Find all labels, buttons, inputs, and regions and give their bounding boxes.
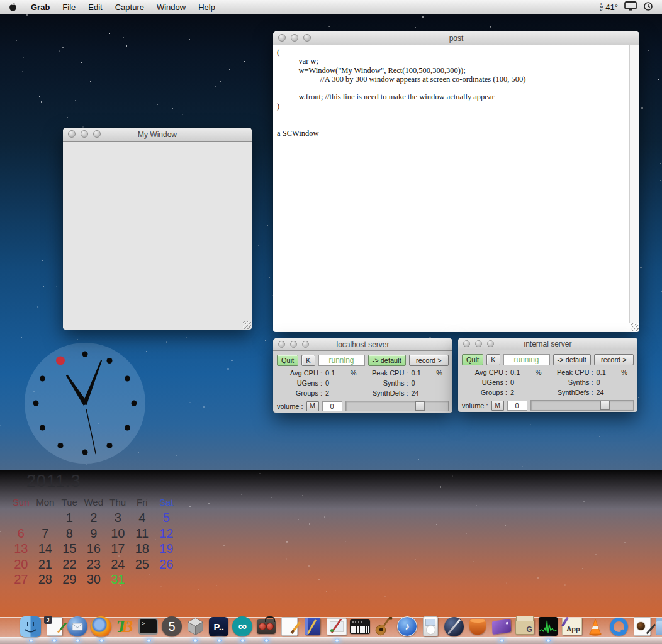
minimize-button[interactable] xyxy=(291,34,298,42)
star xyxy=(166,341,167,343)
volume-label: volume : xyxy=(462,402,488,409)
mute-button[interactable]: M xyxy=(306,401,319,411)
dock-item-editor-j[interactable]: J xyxy=(42,612,65,637)
minimize-button[interactable] xyxy=(475,340,482,347)
close-button[interactable] xyxy=(278,341,285,348)
star xyxy=(189,39,191,40)
running-indicator xyxy=(146,639,152,642)
star xyxy=(26,14,28,16)
weather-menu-extra[interactable]: TMP 41° xyxy=(600,3,618,12)
close-button[interactable] xyxy=(463,340,470,347)
close-button[interactable] xyxy=(68,130,76,138)
localhost-server-titlebar[interactable]: localhost server xyxy=(273,338,452,351)
resize-grip[interactable] xyxy=(243,321,251,329)
dock-item-waveform[interactable] xyxy=(537,612,560,637)
my-window-titlebar[interactable]: My Window xyxy=(63,128,252,142)
volume-value[interactable]: 0 xyxy=(507,401,527,411)
dock-item-app-5[interactable]: 5 xyxy=(160,612,183,637)
volume-slider[interactable] xyxy=(345,401,449,411)
displays-menu-extra[interactable] xyxy=(624,1,637,13)
menu-window[interactable]: Window xyxy=(150,0,192,14)
menu-capture[interactable]: Capture xyxy=(109,0,150,14)
dock-item-g-box[interactable]: G xyxy=(513,612,536,637)
volume-slider[interactable] xyxy=(530,400,634,411)
record-button[interactable]: record > xyxy=(409,355,449,366)
dock-item-arduino[interactable]: ∞ xyxy=(231,612,254,637)
dock-item-max-knobs[interactable] xyxy=(254,612,278,637)
zoom-button[interactable] xyxy=(302,341,309,348)
dock-item-itunes[interactable]: ♪ xyxy=(395,612,418,637)
vertical-scrollbar[interactable] xyxy=(629,45,639,323)
star xyxy=(415,27,417,28)
dock-item-ipod[interactable] xyxy=(419,612,442,637)
zoom-button[interactable] xyxy=(487,340,494,347)
sc-cube-icon xyxy=(184,616,206,637)
zoom-button[interactable] xyxy=(303,34,311,42)
stat-suffix: % xyxy=(621,369,627,376)
dock-item-vlc[interactable] xyxy=(583,612,607,637)
star xyxy=(638,397,639,399)
quit-button[interactable]: Quit xyxy=(462,354,483,365)
window-title: My Window xyxy=(138,130,177,139)
dock-item-app-maker[interactable]: App xyxy=(560,612,583,637)
minimize-button[interactable] xyxy=(81,130,88,138)
app-menu-grab[interactable]: Grab xyxy=(25,0,56,14)
calendar-day-header: Sat xyxy=(154,495,179,510)
default-button[interactable]: -> default xyxy=(553,354,591,365)
firefox-icon xyxy=(91,616,112,637)
volume-slider-thumb[interactable] xyxy=(600,401,610,410)
post-text-area[interactable]: ( var w; w=Window("My Window", Rect(100,… xyxy=(277,48,627,332)
default-button[interactable]: -> default xyxy=(368,355,406,366)
volume-value[interactable]: 0 xyxy=(322,401,342,411)
close-button[interactable] xyxy=(278,34,286,42)
quit-button[interactable]: Quit xyxy=(277,355,298,366)
dock-item-orange-pot[interactable] xyxy=(466,612,489,637)
star xyxy=(308,565,310,567)
dock-item-firefox[interactable] xyxy=(89,612,113,637)
calendar-today: 31 xyxy=(106,572,130,587)
time-machine-menu-extra[interactable] xyxy=(643,1,653,13)
star xyxy=(495,418,496,419)
orange-pot-icon xyxy=(467,616,488,637)
dock-item-interface-builder[interactable] xyxy=(325,612,348,637)
volume-slider-thumb[interactable] xyxy=(415,401,425,411)
stat-value: 2 xyxy=(510,389,514,396)
dock-item-text-editor[interactable] xyxy=(278,612,301,637)
dock-item-garageband[interactable] xyxy=(372,612,395,637)
dock-item-tex-letters[interactable]: TB xyxy=(113,612,137,637)
record-button[interactable]: record > xyxy=(594,354,634,365)
dock-item-processing[interactable]: P.. xyxy=(207,612,230,637)
calendar-day-header: Wed xyxy=(82,495,106,510)
dock-item-folder[interactable] xyxy=(654,612,662,637)
apple-menu[interactable] xyxy=(0,0,25,14)
dock-item-purple-app[interactable] xyxy=(490,612,513,637)
dock-item-thunderbird[interactable] xyxy=(66,612,89,637)
zoom-button[interactable] xyxy=(93,130,101,138)
resize-grip[interactable] xyxy=(631,323,639,331)
stat-label: SynthDefs : xyxy=(548,389,593,396)
dock-item-sc-cube[interactable] xyxy=(184,612,207,637)
dock-item-blue-book[interactable] xyxy=(301,612,325,637)
dock-item-finder[interactable] xyxy=(19,612,42,637)
post-window-titlebar[interactable]: post xyxy=(273,31,639,45)
dock-item-jedit-coffee[interactable] xyxy=(631,612,654,637)
dock-item-pen-orb[interactable] xyxy=(442,612,466,637)
internal-server-titlebar[interactable]: internal server xyxy=(458,338,637,350)
kill-button[interactable]: K xyxy=(301,355,315,366)
menu-help[interactable]: Help xyxy=(192,0,222,14)
clock-marker xyxy=(58,443,64,448)
minimize-button[interactable] xyxy=(290,341,297,348)
dock-item-terminal[interactable]: >_ xyxy=(137,612,160,637)
menu-file[interactable]: File xyxy=(56,0,82,14)
calendar-day: 21 xyxy=(33,557,58,572)
text-editor-icon xyxy=(279,616,300,637)
star xyxy=(113,53,115,54)
mute-button[interactable]: M xyxy=(491,401,504,411)
dock-item-quicktime[interactable]: Q xyxy=(607,612,631,637)
star xyxy=(47,236,48,238)
menu-edit[interactable]: Edit xyxy=(82,0,108,14)
dock-item-midi-keyboard[interactable] xyxy=(348,612,371,637)
star xyxy=(476,505,477,506)
star xyxy=(486,504,487,506)
kill-button[interactable]: K xyxy=(486,354,500,365)
